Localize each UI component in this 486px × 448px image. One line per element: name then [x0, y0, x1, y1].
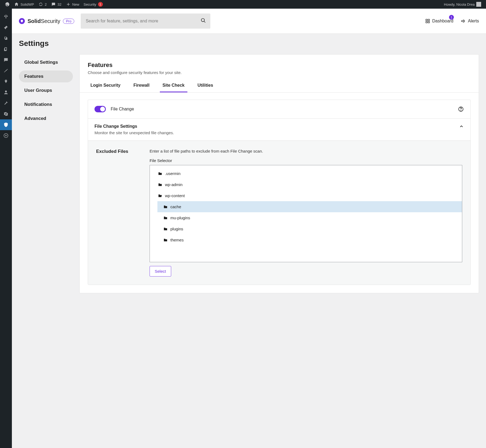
updates-link[interactable]: 2 [36, 0, 49, 9]
settings-body: Excluded Files Enter a list of file path… [88, 141, 470, 285]
sidenav-item-user-groups[interactable]: User Groups [19, 85, 73, 96]
file-tree-item[interactable]: mu-plugins [150, 212, 462, 223]
panel-title: Features [88, 62, 471, 69]
app-name: SolidSecurity [28, 18, 60, 24]
tab-utilities[interactable]: Utilities [195, 79, 216, 92]
avatar [476, 2, 481, 7]
sidenav-item-global-settings[interactable]: Global Settings [19, 56, 73, 68]
settings-accordion-header[interactable]: File Change Settings Monitor the site fo… [88, 119, 470, 141]
wp-menu-pages[interactable] [0, 44, 12, 55]
wrench-icon [3, 100, 9, 106]
svg-rect-6 [428, 22, 429, 23]
wp-menu-users[interactable] [0, 87, 12, 98]
security-badge: 1 [98, 2, 103, 7]
page-title: Settings [19, 39, 479, 48]
wp-menu-collapse[interactable] [0, 130, 12, 141]
comments-link[interactable]: 32 [49, 0, 63, 9]
file-tree-item[interactable]: plugins [150, 223, 462, 234]
sidenav-item-notifications[interactable]: Notifications [19, 99, 73, 110]
svg-point-1 [201, 19, 205, 22]
search-icon[interactable] [201, 18, 206, 24]
select-button[interactable]: Select [150, 266, 171, 277]
tab-login-security[interactable]: Login Security [88, 79, 123, 92]
file-tree-item[interactable]: cache [157, 201, 462, 212]
nav-alerts[interactable]: Alerts [461, 19, 479, 23]
sidenav-item-advanced[interactable]: Advanced [19, 113, 73, 124]
megaphone-icon [461, 19, 466, 23]
file-tree[interactable]: .userminwp-adminwp-contentcachemu-plugin… [150, 165, 462, 262]
dashboard-icon [3, 14, 9, 19]
security-link[interactable]: Security 1 [82, 0, 105, 9]
wp-menu-tools[interactable] [0, 98, 12, 109]
security-label: Security [84, 2, 96, 6]
help-icon [458, 106, 464, 112]
refresh-icon [38, 2, 43, 7]
shield-icon [3, 122, 9, 127]
excluded-files-title: Excluded Files [96, 149, 142, 277]
grid-icon [425, 19, 430, 23]
pin-icon [3, 25, 9, 30]
brush-icon [3, 68, 9, 73]
header-nav: Dashboard 1 Alerts [425, 19, 479, 23]
plus-icon [66, 2, 71, 7]
dashboard-badge: 1 [449, 15, 454, 20]
wp-menu-appearance[interactable] [0, 65, 12, 76]
tab-firewall[interactable]: Firewall [131, 79, 152, 92]
search-box [81, 14, 210, 29]
feature-card: File Change File Change Settings Monitor… [88, 100, 471, 285]
svg-rect-5 [426, 22, 427, 23]
app-header: SolidSecurity Pro Dashboard 1 Alerts [12, 9, 486, 34]
chevron-up-icon [459, 124, 464, 129]
file-change-toggle[interactable] [94, 106, 106, 112]
file-tree-item[interactable]: themes [150, 234, 462, 245]
settings-title: File Change Settings [94, 124, 174, 129]
media-icon [3, 36, 9, 41]
site-name: SolidWP [21, 2, 34, 6]
home-icon [14, 2, 19, 7]
feature-toggle-row: File Change [88, 100, 470, 119]
collapse-toggle[interactable] [459, 124, 464, 130]
tab-site-check[interactable]: Site Check [160, 79, 187, 92]
file-selector-label: File Selector [150, 158, 462, 163]
comments-count: 32 [58, 2, 61, 6]
play-icon [3, 133, 9, 138]
file-tree-item[interactable]: wp-content [150, 190, 462, 201]
wp-menu-plugins[interactable] [0, 76, 12, 87]
file-tree-item[interactable]: wp-admin [150, 179, 462, 190]
settings-icon [3, 111, 9, 117]
nav-dashboard[interactable]: Dashboard 1 [425, 19, 453, 23]
pro-badge: Pro [63, 19, 74, 24]
settings-desc: Monitor the site for unexpected file cha… [94, 130, 174, 135]
file-change-label: File Change [111, 107, 134, 112]
updates-count: 2 [45, 2, 47, 6]
app-logo[interactable]: SolidSecurity Pro [19, 18, 74, 24]
new-link[interactable]: New [64, 0, 82, 9]
panel-subtitle: Choose and configure security features f… [88, 70, 471, 75]
search-input[interactable] [81, 14, 210, 29]
svg-rect-4 [428, 19, 429, 21]
pages-icon [3, 46, 9, 52]
plugin-icon [3, 79, 9, 84]
wp-menu-security[interactable] [0, 119, 12, 130]
svg-point-8 [461, 110, 461, 110]
wordpress-icon [5, 2, 10, 7]
wp-menu-settings[interactable] [0, 109, 12, 119]
panel-tabs: Login SecurityFirewallSite CheckUtilitie… [80, 79, 479, 93]
settings-panel: Features Choose and configure security f… [79, 54, 479, 293]
wp-menu-media[interactable] [0, 33, 12, 44]
file-tree-item[interactable]: .usermin [150, 168, 462, 179]
wp-menu-dashboard[interactable] [0, 11, 12, 22]
shield-logo-icon [19, 18, 25, 24]
comment-icon [3, 57, 9, 63]
wp-menu-posts[interactable] [0, 22, 12, 33]
svg-line-2 [204, 21, 205, 23]
new-label: New [72, 2, 79, 6]
wp-sidebar [0, 9, 12, 304]
excluded-files-desc: Enter a list of file paths to exclude fr… [150, 149, 462, 153]
site-name-link[interactable]: SolidWP [12, 0, 36, 9]
sidenav-item-features[interactable]: Features [19, 70, 73, 82]
wp-logo[interactable] [3, 0, 12, 9]
my-account-link[interactable]: Howdy, Nicola Drea [442, 0, 483, 9]
wp-menu-comments[interactable] [0, 55, 12, 65]
help-button[interactable] [458, 106, 464, 112]
